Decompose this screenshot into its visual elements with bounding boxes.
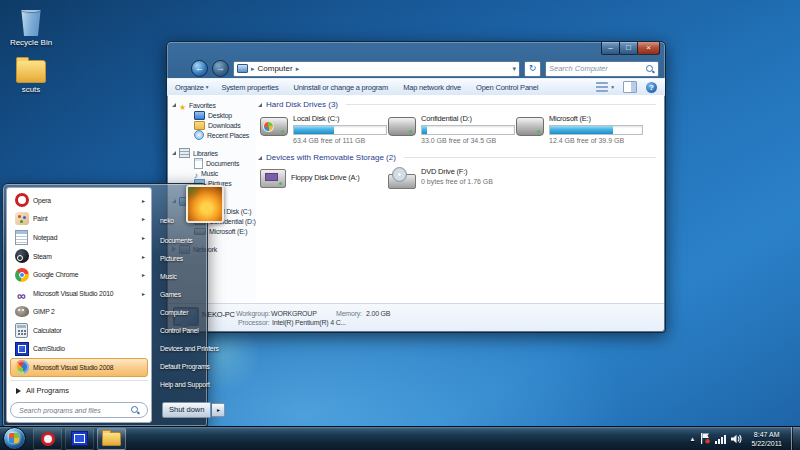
- address-dropdown-icon[interactable]: ▾: [512, 65, 516, 73]
- submenu-arrow-icon: ▸: [142, 253, 145, 260]
- toolbar-command[interactable]: Open Control Panel: [476, 83, 540, 92]
- start-menu-program[interactable]: Steam ▸: [10, 247, 148, 266]
- workgroup-value: WORKGROUP: [271, 310, 317, 317]
- start-menu-program[interactable]: GIMP 2: [10, 302, 148, 321]
- show-hidden-icons-button[interactable]: ▲: [689, 436, 695, 442]
- views-caret-icon[interactable]: ▾: [611, 84, 614, 90]
- drive-item[interactable]: Confidential (D:) 33.0 GB free of 34.5 G…: [388, 114, 516, 144]
- volume-icon[interactable]: [731, 434, 742, 444]
- toolbar-command[interactable]: Map network drive: [403, 83, 463, 92]
- group-expander-icon[interactable]: [258, 156, 262, 160]
- forward-button[interactable]: →: [212, 60, 229, 77]
- start-menu-program[interactable]: CamStudio: [10, 340, 148, 359]
- start-menu-place[interactable]: Devices and Printers: [160, 342, 219, 355]
- start-menu-place[interactable]: Computer: [160, 306, 219, 319]
- system-tray: ▲ 8:47 AM 5/22/2011: [689, 427, 800, 450]
- start-menu-program[interactable]: Opera ▸: [10, 191, 148, 210]
- minimize-icon[interactable]: –: [601, 42, 620, 55]
- toolbar-command[interactable]: Organize ▾: [175, 83, 208, 92]
- drive-item[interactable]: Microsoft (E:) 12.4 GB free of 39.9 GB: [516, 114, 644, 144]
- nav-item[interactable]: Documents: [172, 158, 256, 168]
- start-menu-search-box[interactable]: [10, 402, 148, 418]
- dvd-drive-icon: [388, 174, 416, 189]
- start-menu-place[interactable]: Games: [160, 288, 219, 301]
- taskbar-buttons: [33, 428, 126, 450]
- shutdown-options-arrow[interactable]: ▸: [212, 403, 225, 417]
- expander-icon[interactable]: [172, 151, 176, 155]
- start-menu-program[interactable]: Microsoft Visual Studio 2010 ▸: [10, 284, 148, 303]
- refresh-button[interactable]: ↻: [524, 61, 541, 77]
- window-caption-buttons: – □ ×: [602, 42, 660, 55]
- close-icon[interactable]: ×: [637, 42, 660, 55]
- start-menu-place[interactable]: Pictures: [160, 252, 219, 265]
- start-menu-program[interactable]: Microsoft Visual Studio 2008: [10, 358, 148, 377]
- group-header-hard-disks[interactable]: Hard Disk Drives (3): [258, 100, 656, 109]
- group-header-removable[interactable]: Devices with Removable Storage (2): [258, 153, 656, 162]
- taskbar-button-explorer[interactable]: [97, 428, 126, 450]
- explorer-search-input[interactable]: [546, 64, 645, 73]
- start-menu-search-input[interactable]: [17, 406, 130, 415]
- expander-icon[interactable]: [186, 113, 191, 118]
- start-button[interactable]: [3, 427, 26, 450]
- start-menu-program[interactable]: Paint ▸: [10, 210, 148, 229]
- memory-label: Memory:: [336, 310, 362, 317]
- expander-icon[interactable]: [186, 161, 191, 166]
- start-menu-place[interactable]: Control Panel: [160, 324, 219, 337]
- capacity-bar: [293, 125, 387, 135]
- start-menu-program[interactable]: Notepad ▸: [10, 228, 148, 247]
- network-status-icon[interactable]: [715, 434, 726, 444]
- taskbar-button-camstudio[interactable]: [65, 428, 94, 450]
- back-button[interactable]: ←: [191, 60, 208, 77]
- expander-icon[interactable]: [172, 103, 176, 107]
- explorer-search-box[interactable]: [545, 61, 659, 77]
- show-desktop-button[interactable]: [791, 427, 800, 450]
- preview-pane-icon[interactable]: [623, 81, 637, 93]
- start-menu-user[interactable]: neko: [160, 214, 219, 227]
- desktop-icon-label: scuts: [2, 85, 60, 94]
- processor-label: Processor:: [238, 319, 269, 326]
- capacity-bar: [421, 125, 515, 135]
- start-menu-place[interactable]: Default Programs: [160, 360, 219, 373]
- nav-item[interactable]: Music: [172, 168, 256, 178]
- favorites-star-icon: [179, 96, 186, 114]
- opera-icon: [41, 432, 55, 446]
- toolbar-command[interactable]: System properties: [221, 83, 280, 92]
- breadcrumb-chevron-icon[interactable]: ▸: [296, 65, 300, 73]
- group-title: Hard Disk Drives (3): [266, 100, 338, 109]
- start-menu-place[interactable]: Music: [160, 270, 219, 283]
- help-icon[interactable]: [646, 82, 657, 93]
- shutdown-button[interactable]: Shut down: [162, 402, 211, 418]
- expander-icon[interactable]: [186, 123, 191, 128]
- taskbar-clock[interactable]: 8:47 AM 5/22/2011: [747, 430, 786, 448]
- start-menu: Opera ▸ Paint ▸ Notepad ▸: [2, 183, 208, 427]
- window-titlebar[interactable]: [167, 42, 665, 59]
- drive-item[interactable]: Floppy Disk Drive (A:): [260, 167, 388, 189]
- maximize-icon[interactable]: □: [619, 42, 638, 55]
- start-menu-place[interactable]: Documents: [160, 234, 219, 247]
- taskbar-button-opera[interactable]: [33, 428, 62, 450]
- command-bar: Organize ▾ System properties Uninstall o…: [167, 78, 665, 96]
- change-view-icon[interactable]: [596, 82, 608, 92]
- nav-item[interactable]: Favorites: [172, 100, 256, 110]
- expander-icon[interactable]: [186, 133, 191, 138]
- nav-item[interactable]: Downloads: [172, 120, 256, 130]
- expander-icon[interactable]: [186, 171, 191, 176]
- breadcrumb-segment[interactable]: Computer: [258, 64, 293, 73]
- drive-item[interactable]: Local Disk (C:) 63.4 GB free of 111 GB: [260, 114, 388, 144]
- start-menu-program[interactable]: Calculator: [10, 321, 148, 340]
- group-expander-icon[interactable]: [258, 103, 262, 107]
- action-center-flag-icon[interactable]: [700, 433, 710, 444]
- start-menu-place[interactable]: Help and Support: [160, 378, 219, 391]
- desktop-icon-recycle-bin[interactable]: Recycle Bin: [2, 6, 60, 47]
- start-menu-program[interactable]: Google Chrome ▸: [10, 265, 148, 284]
- desktop-icon-scuts-folder[interactable]: scuts: [2, 55, 60, 94]
- window-content: Favorites Desktop Downloads: [168, 95, 664, 304]
- drive-item[interactable]: DVD Drive (F:) 0 bytes free of 1.76 GB: [388, 167, 516, 189]
- processor-value: Intel(R) Pentium(R) 4 C...: [272, 319, 346, 326]
- nav-item[interactable]: Libraries: [172, 148, 256, 158]
- all-programs-button[interactable]: All Programs: [10, 380, 148, 399]
- nav-item[interactable]: Recent Places: [172, 130, 256, 140]
- drive-free-space: 33.0 GB free of 34.5 GB: [421, 137, 515, 144]
- toolbar-command[interactable]: Uninstall or change a program: [293, 83, 390, 92]
- address-breadcrumb-bar[interactable]: ▸ Computer ▸ ▾: [233, 61, 520, 77]
